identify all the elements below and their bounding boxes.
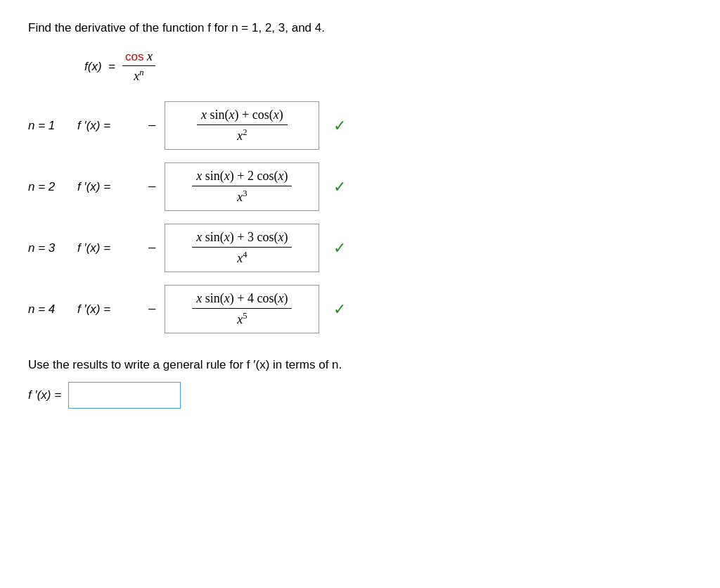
function-definition: f(x) = cos x xn (84, 49, 692, 84)
x-n: xn (134, 69, 143, 83)
row-n3: n = 3 f ′(x) = − x sin(x) + 3 cos(x) x4 … (28, 224, 692, 272)
answer-box-3: x sin(x) + 3 cos(x) x4 (165, 224, 319, 272)
check-1: ✓ (333, 117, 346, 135)
fp-general-label: f ′(x) = (28, 388, 61, 402)
fraction-4: x sin(x) + 4 cos(x) x5 (192, 291, 292, 327)
derivative-rows: n = 1 f ′(x) = − x sin(x) + cos(x) x2 ✓ … (28, 101, 692, 333)
fp1-label: f ′(x) = (77, 119, 141, 133)
main-numerator: cos x (122, 49, 155, 66)
general-rule-description: Use the results to write a general rule … (28, 358, 342, 371)
answer-box-2: x sin(x) + 2 cos(x) x3 (165, 162, 319, 211)
fraction-3: x sin(x) + 3 cos(x) x4 (192, 230, 292, 266)
num-1: x sin(x) + cos(x) (197, 108, 288, 125)
general-rule-section: Use the results to write a general rule … (28, 358, 692, 409)
den-1: x2 (233, 125, 251, 143)
n4-label: n = 4 (28, 302, 70, 317)
fp2-label: f ′(x) = (77, 180, 141, 194)
n2-label: n = 2 (28, 180, 70, 194)
general-rule-input[interactable] (68, 382, 181, 409)
den-2: x3 (233, 186, 251, 205)
answer-box-4: x sin(x) + 4 cos(x) x5 (165, 285, 319, 333)
cos-x: x (147, 49, 153, 63)
den-4: x5 (233, 309, 251, 327)
main-fraction: cos x xn (122, 49, 155, 84)
main-denominator: xn (131, 66, 146, 84)
check-4: ✓ (333, 300, 346, 319)
cos-text: cos (125, 50, 143, 63)
general-rule-text: Use the results to write a general rule … (28, 358, 692, 372)
fp4-label: f ′(x) = (77, 302, 141, 317)
check-2: ✓ (333, 178, 346, 196)
general-rule-row: f ′(x) = (28, 382, 692, 409)
num-2: x sin(x) + 2 cos(x) (192, 169, 292, 186)
num-4: x sin(x) + 4 cos(x) (192, 291, 292, 309)
fraction-2: x sin(x) + 2 cos(x) x3 (192, 169, 292, 205)
n3-label: n = 3 (28, 241, 70, 255)
check-3: ✓ (333, 239, 346, 257)
minus4: − (148, 300, 156, 319)
problem-text: Find the derivative of the function f fo… (28, 21, 325, 34)
problem-statement: Find the derivative of the function f fo… (28, 21, 692, 35)
row-n1: n = 1 f ′(x) = − x sin(x) + cos(x) x2 ✓ (28, 101, 692, 150)
answer-box-1: x sin(x) + cos(x) x2 (165, 101, 319, 150)
row-n2: n = 2 f ′(x) = − x sin(x) + 2 cos(x) x3 … (28, 162, 692, 211)
fraction-1: x sin(x) + cos(x) x2 (197, 108, 288, 143)
minus2: − (148, 178, 156, 196)
function-label: f(x) = (84, 60, 115, 74)
fp3-label: f ′(x) = (77, 241, 141, 255)
n1-label: n = 1 (28, 119, 70, 133)
den-3: x4 (233, 248, 251, 266)
row-n4: n = 4 f ′(x) = − x sin(x) + 4 cos(x) x5 … (28, 285, 692, 333)
minus1: − (148, 117, 156, 135)
num-3: x sin(x) + 3 cos(x) (192, 230, 292, 248)
minus3: − (148, 239, 156, 257)
